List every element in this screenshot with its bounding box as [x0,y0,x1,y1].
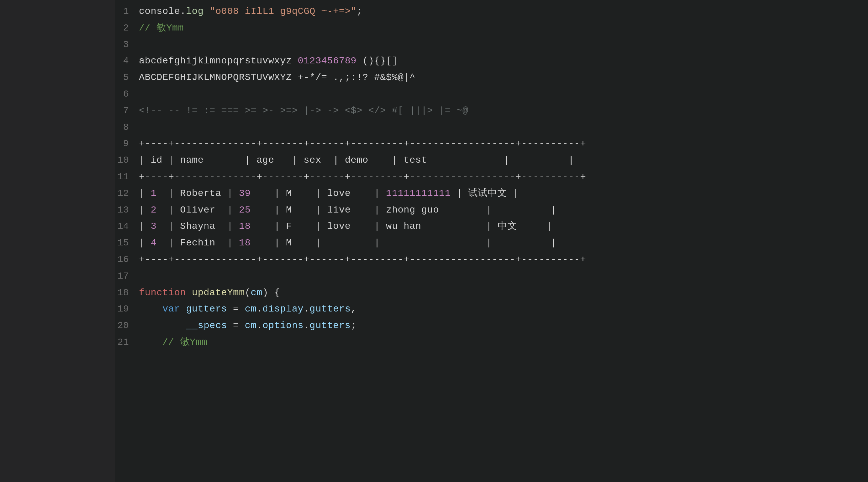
line-number: 19 [115,302,139,317]
line-number: 4 [115,54,139,69]
line-number: 10 [115,153,139,168]
token: function [139,287,186,298]
token: = [227,320,245,331]
code-line: 4abcdefghijklmnopqrstuvwxyz 0123456789 (… [115,53,868,69]
line-number: 8 [115,120,139,135]
token: cm [245,320,257,331]
token: | F | love | wu han | 中文 | [251,221,553,232]
token: . [304,320,309,331]
line-content: var gutters = cm.display.gutters, [139,302,868,317]
token: | Fechin | [157,238,239,248]
token: ) { [263,287,280,298]
token: ( [245,287,251,298]
token: 4 [151,238,157,248]
token: 25 [239,205,251,215]
token: ; [351,320,356,331]
token: gutters [310,304,351,314]
token: cm [245,304,257,314]
token: | [139,238,151,248]
token: | M | live | zhong guo | | [251,205,557,215]
token: | [139,221,151,232]
code-line: 10| id | name | age | sex | demo | test … [115,152,868,169]
token [186,287,192,298]
token: gutters [186,304,227,314]
line-content: | 2 | Oliver | 25 | M | live | zhong guo… [139,203,868,218]
token: | Oliver | [157,205,239,215]
line-number: 11 [115,169,139,185]
line-number: 6 [115,87,139,102]
token [204,6,209,17]
sidebar [0,0,115,482]
token: . [256,304,262,314]
line-content: | 4 | Fechin | 18 | M | | | | [139,236,868,251]
token: = [227,304,245,314]
line-number: 7 [115,103,139,119]
token: | Shayna | [157,221,239,232]
token [139,304,162,314]
line-number: 14 [115,219,139,234]
line-number: 21 [115,335,139,350]
token: options [263,320,304,331]
token: 3 [151,221,157,232]
token: | M | love | [251,188,386,199]
code-line: 1console.log "o008 iIlL1 g9qCGQ ~-+=>"; [115,3,868,20]
code-line: 17 [115,268,868,285]
token: updateYmm [192,287,245,298]
code-line: 16+----+--------------+-------+------+--… [115,252,868,268]
line-content: | 1 | Roberta | 39 | M | love | 11111111… [139,186,868,201]
code-line: 18function updateYmm(cm) { [115,285,868,301]
code-line: 5ABCDEFGHIJKLMNOPQRSTUVWXYZ +-*/= .,;:!?… [115,69,868,86]
code-line: 2// 敏Ymm [115,20,868,37]
token: // 敏Ymm [139,23,184,33]
token: | [139,188,151,199]
token: +----+--------------+-------+------+----… [139,172,586,182]
token: . [256,320,262,331]
line-content: __specs = cm.options.gutters; [139,318,868,334]
token: | [139,205,151,215]
line-number: 2 [115,21,139,36]
code-line: 6 [115,86,868,103]
token: . [304,304,309,314]
token: 0123456789 [298,56,357,66]
token: | 试试中文 | [451,188,519,199]
token: var [162,304,180,314]
token: 1 [151,188,157,199]
token: | id | name | age | sex | demo | test | … [139,155,574,165]
code-line: 15| 4 | Fechin | 18 | M | | | | [115,235,868,252]
editor-container: 1console.log "o008 iIlL1 g9qCGQ ~-+=>";2… [0,0,868,482]
token: __specs [186,320,227,331]
token: (){}[] [356,56,398,66]
code-area: 1console.log "o008 iIlL1 g9qCGQ ~-+=>";2… [115,0,868,482]
line-content: | 3 | Shayna | 18 | F | love | wu han | … [139,219,868,234]
code-line: 13| 2 | Oliver | 25 | M | live | zhong g… [115,202,868,219]
line-number: 15 [115,236,139,251]
token: gutters [310,320,351,331]
line-content: +----+--------------+-------+------+----… [139,169,868,185]
token: display [263,304,304,314]
code-line: 7<!-- -- != := === >= >- >=> |-> -> <$> … [115,103,868,119]
token: +----+--------------+-------+------+----… [139,254,586,265]
line-content: +----+--------------+-------+------+----… [139,252,868,267]
token [180,304,186,314]
token [139,320,186,331]
line-content: console.log "o008 iIlL1 g9qCGQ ~-+=>"; [139,4,868,19]
line-content: abcdefghijklmnopqrstuvwxyz 0123456789 ()… [139,54,868,69]
line-content: <!-- -- != := === >= >- >=> |-> -> <$> <… [139,103,868,119]
line-number: 12 [115,186,139,201]
line-content: function updateYmm(cm) { [139,285,868,301]
line-number: 16 [115,252,139,267]
token: 39 [239,188,251,199]
token: log [186,6,204,17]
token: cm [251,287,263,298]
line-number: 1 [115,4,139,19]
code-line: 3 [115,37,868,53]
code-line: 21 // 敏Ymm [115,334,868,351]
token: 18 [239,221,251,232]
line-number: 17 [115,269,139,284]
token: // 敏Ymm [139,337,207,347]
code-line: 9+----+--------------+-------+------+---… [115,136,868,152]
line-number: 13 [115,203,139,218]
line-number: 18 [115,285,139,301]
token: +----+--------------+-------+------+----… [139,138,586,149]
line-content: +----+--------------+-------+------+----… [139,136,868,152]
